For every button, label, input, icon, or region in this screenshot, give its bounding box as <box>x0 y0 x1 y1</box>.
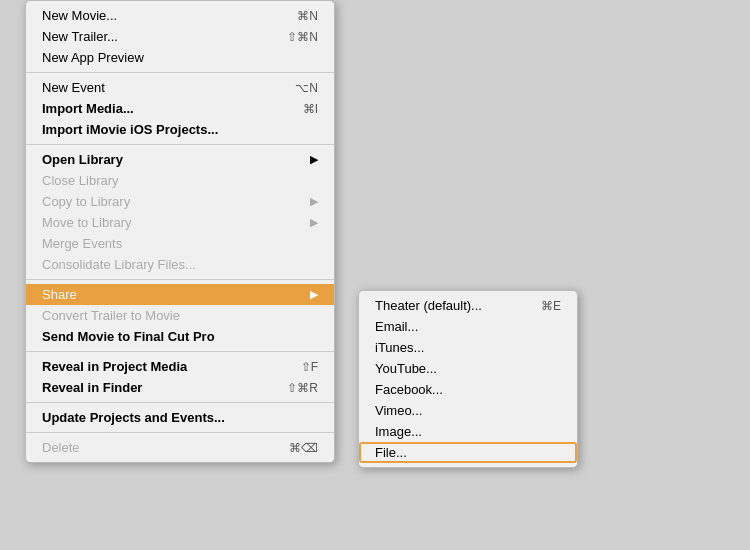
menu-separator <box>26 72 334 73</box>
menu-label-copy-to-library: Copy to Library <box>42 194 300 209</box>
submenu-label-image: Image... <box>375 424 422 439</box>
menu-item-close-library: Close Library <box>26 170 334 191</box>
menu-shortcut-new-movie: ⌘N <box>297 9 318 23</box>
submenu-label-file: File... <box>375 445 407 460</box>
menu-item-import-imovie[interactable]: Import iMovie iOS Projects... <box>26 119 334 140</box>
menu-separator <box>26 402 334 403</box>
submenu-label-email: Email... <box>375 319 418 334</box>
menu-item-consolidate-library: Consolidate Library Files... <box>26 254 334 275</box>
menu-label-reveal-project: Reveal in Project Media <box>42 359 281 374</box>
menu-shortcut-import-media: ⌘I <box>303 102 318 116</box>
menu-item-move-to-library: Move to Library▶ <box>26 212 334 233</box>
submenu-item-youtube[interactable]: YouTube... <box>359 358 577 379</box>
menu-arrow-move-to-library: ▶ <box>310 216 318 229</box>
menu-item-reveal-finder[interactable]: Reveal in Finder⇧⌘R <box>26 377 334 398</box>
menu-label-convert-trailer: Convert Trailer to Movie <box>42 308 318 323</box>
share-submenu: Theater (default)...⌘EEmail...iTunes...Y… <box>358 290 578 468</box>
menu-shortcut-delete: ⌘⌫ <box>289 441 318 455</box>
menu-label-update-projects: Update Projects and Events... <box>42 410 318 425</box>
submenu-item-file[interactable]: File... <box>359 442 577 463</box>
submenu-label-itunes: iTunes... <box>375 340 424 355</box>
submenu-item-vimeo[interactable]: Vimeo... <box>359 400 577 421</box>
menu-item-copy-to-library: Copy to Library▶ <box>26 191 334 212</box>
submenu-label-youtube: YouTube... <box>375 361 437 376</box>
menu-item-delete: Delete⌘⌫ <box>26 437 334 458</box>
menu-item-new-app-preview[interactable]: New App Preview <box>26 47 334 68</box>
menu-separator <box>26 144 334 145</box>
menu-arrow-share: ▶ <box>310 288 318 301</box>
menu-arrow-open-library: ▶ <box>310 153 318 166</box>
main-menu: New Movie...⌘NNew Trailer...⇧⌘NNew App P… <box>25 0 335 463</box>
menu-label-import-imovie: Import iMovie iOS Projects... <box>42 122 318 137</box>
menu-item-share[interactable]: Share▶ <box>26 284 334 305</box>
menu-item-open-library[interactable]: Open Library▶ <box>26 149 334 170</box>
menu-separator <box>26 432 334 433</box>
submenu-item-facebook[interactable]: Facebook... <box>359 379 577 400</box>
menu-shortcut-new-trailer: ⇧⌘N <box>287 30 318 44</box>
menu-arrow-copy-to-library: ▶ <box>310 195 318 208</box>
menu-label-merge-events: Merge Events <box>42 236 318 251</box>
menu-item-new-movie[interactable]: New Movie...⌘N <box>26 5 334 26</box>
submenu-label-facebook: Facebook... <box>375 382 443 397</box>
submenu-label-vimeo: Vimeo... <box>375 403 422 418</box>
menu-item-reveal-project[interactable]: Reveal in Project Media⇧F <box>26 356 334 377</box>
menu-item-merge-events: Merge Events <box>26 233 334 254</box>
menu-separator <box>26 351 334 352</box>
submenu-shortcut-theater: ⌘E <box>541 299 561 313</box>
menu-item-send-to-fcp[interactable]: Send Movie to Final Cut Pro <box>26 326 334 347</box>
submenu-item-itunes[interactable]: iTunes... <box>359 337 577 358</box>
menu-label-close-library: Close Library <box>42 173 318 188</box>
menu-shortcut-reveal-finder: ⇧⌘R <box>287 381 318 395</box>
menu-shortcut-reveal-project: ⇧F <box>301 360 318 374</box>
menu-separator <box>26 279 334 280</box>
menu-shortcut-new-event: ⌥N <box>295 81 318 95</box>
submenu-label-theater: Theater (default)... <box>375 298 482 313</box>
menu-item-update-projects[interactable]: Update Projects and Events... <box>26 407 334 428</box>
submenu-item-image[interactable]: Image... <box>359 421 577 442</box>
menu-label-open-library: Open Library <box>42 152 300 167</box>
menu-item-import-media[interactable]: Import Media...⌘I <box>26 98 334 119</box>
menu-label-move-to-library: Move to Library <box>42 215 300 230</box>
menu-item-new-event[interactable]: New Event⌥N <box>26 77 334 98</box>
menu-label-reveal-finder: Reveal in Finder <box>42 380 267 395</box>
submenu-item-email[interactable]: Email... <box>359 316 577 337</box>
menu-label-delete: Delete <box>42 440 269 455</box>
menu-label-new-movie: New Movie... <box>42 8 277 23</box>
menu-item-convert-trailer: Convert Trailer to Movie <box>26 305 334 326</box>
menu-label-share: Share <box>42 287 300 302</box>
menu-label-new-trailer: New Trailer... <box>42 29 267 44</box>
menu-label-import-media: Import Media... <box>42 101 283 116</box>
menu-label-consolidate-library: Consolidate Library Files... <box>42 257 318 272</box>
menu-label-send-to-fcp: Send Movie to Final Cut Pro <box>42 329 318 344</box>
menu-label-new-event: New Event <box>42 80 275 95</box>
menu-item-new-trailer[interactable]: New Trailer...⇧⌘N <box>26 26 334 47</box>
submenu-item-theater[interactable]: Theater (default)...⌘E <box>359 295 577 316</box>
menu-label-new-app-preview: New App Preview <box>42 50 318 65</box>
